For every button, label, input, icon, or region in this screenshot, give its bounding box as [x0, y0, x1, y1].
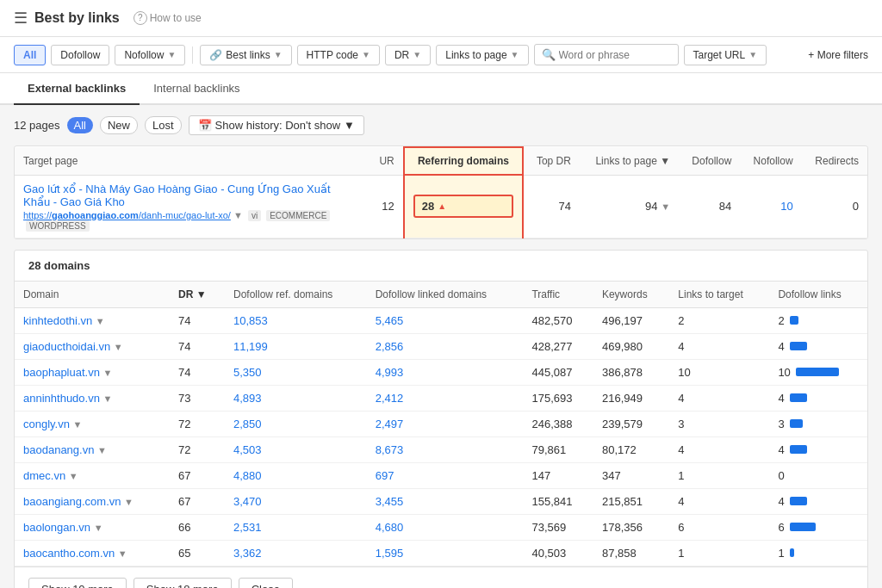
tab-external-backlinks[interactable]: External backlinks: [14, 73, 140, 105]
tag-ecommerce: ECOMMERCE: [266, 210, 330, 221]
domain-dropdown-icon[interactable]: ▼: [94, 523, 103, 533]
hamburger-icon[interactable]: ☰: [14, 9, 28, 28]
col-nofollow[interactable]: Nofollow: [740, 147, 801, 175]
domain-dropdown-icon[interactable]: ▼: [103, 393, 113, 404]
show-10-more-button[interactable]: Show 10 more: [28, 578, 127, 589]
arrow-up-icon: ▲: [438, 201, 446, 211]
table-row: dmec.vn ▼ 67 4,880 697 147 347 1 0: [15, 462, 867, 488]
dr-value: 74: [170, 307, 225, 333]
close-button[interactable]: Close: [239, 578, 293, 589]
domain-dropdown-icon[interactable]: ▼: [103, 368, 113, 378]
col-links-to-page[interactable]: Links to page ▼: [580, 147, 679, 175]
col-redirects[interactable]: Redirects: [802, 147, 867, 175]
domain-link[interactable]: baocantho.com.vn: [23, 547, 115, 560]
col-traffic[interactable]: Traffic: [523, 282, 593, 308]
referring-domains-value: 28 ▲: [404, 175, 523, 238]
show-history-btn[interactable]: 📅 Show history: Don't show ▼: [189, 115, 364, 135]
how-to-use-link[interactable]: How to use: [134, 11, 202, 25]
traffic-value: 79,861: [523, 436, 593, 462]
dr-value: 67: [170, 462, 225, 488]
dofollow-linked-value: 4,993: [367, 359, 524, 385]
domain-dropdown-icon[interactable]: ▼: [97, 445, 107, 455]
domain-dropdown-icon[interactable]: ▼: [69, 471, 78, 481]
domain-dropdown-icon[interactable]: ▼: [96, 316, 105, 326]
target-url: https://gaohoanggiao.com/danh-muc/gao-lu…: [23, 210, 359, 231]
main-table: Target page UR Referring domains Top DR …: [15, 146, 867, 238]
links-to-target-value: 4: [669, 436, 769, 462]
pages-count: 12 pages: [14, 119, 60, 132]
show-18-more-button[interactable]: Show 18 more: [134, 578, 232, 589]
chevron-down-icon: ▼: [511, 50, 519, 59]
domain-cell: baolongan.vn ▼: [15, 514, 170, 540]
domain-dropdown-icon[interactable]: ▼: [118, 548, 127, 559]
filter-links-to-page[interactable]: Links to page ▼: [436, 45, 528, 65]
arrow-down-icon[interactable]: ▼: [233, 210, 243, 220]
domain-link[interactable]: congly.vn: [23, 418, 70, 430]
domain-link[interactable]: baoangiang.com.vn: [23, 495, 121, 508]
domain-link[interactable]: baophapluat.vn: [23, 366, 100, 379]
pill-all[interactable]: All: [67, 117, 93, 133]
target-page-link[interactable]: Gao lứt xổ - Nhà Máy Gao Hoàng Giao - Cu…: [23, 183, 331, 208]
tab-internal-backlinks[interactable]: Internal backlinks: [140, 73, 253, 105]
domain-cell: giaoducthoidai.vn ▼: [15, 333, 170, 359]
dofollow-ref-value: 10,853: [225, 307, 367, 333]
dofollow-linked-value: 697: [367, 462, 524, 488]
dropdown-icon[interactable]: ▼: [661, 201, 670, 212]
filter-dofollow[interactable]: Dofollow: [51, 45, 109, 65]
dofollow-ref-value: 5,350: [225, 359, 367, 385]
domain-link[interactable]: kinhtedothi.vn: [23, 314, 92, 327]
keywords-value: 178,356: [593, 514, 669, 540]
pill-new[interactable]: New: [100, 116, 138, 134]
col-top-dr[interactable]: Top DR: [523, 147, 580, 175]
filter-best-links[interactable]: 🔗 Best links ▼: [200, 45, 291, 65]
table-row: kinhtedothi.vn ▼ 74 10,853 5,465 482,570…: [15, 307, 867, 333]
domain-link[interactable]: dmec.vn: [23, 469, 65, 482]
pill-lost[interactable]: Lost: [145, 116, 182, 134]
traffic-value: 246,388: [523, 411, 593, 436]
dofollow-linked-value: 8,673: [367, 436, 524, 462]
dofollow-linked-value: 4,680: [367, 514, 524, 540]
divider: [192, 46, 193, 64]
domain-dropdown-icon[interactable]: ▼: [114, 342, 123, 352]
col-links-to-target[interactable]: Links to target: [669, 282, 769, 308]
domain-dropdown-icon[interactable]: ▼: [124, 497, 134, 507]
domain-link[interactable]: baolongan.vn: [23, 521, 90, 534]
col-dr-sorted[interactable]: DR ▼: [170, 282, 225, 308]
search-box: 🔍: [534, 44, 679, 65]
dofollow-links-value: 4: [769, 333, 867, 359]
dr-value: 72: [170, 411, 225, 436]
dofollow-bar: [790, 316, 798, 325]
col-dofollow-linked[interactable]: Dofollow linked domains: [367, 282, 524, 308]
filter-http-code[interactable]: HTTP code ▼: [297, 45, 380, 65]
domain-cell: anninhthudo.vn ▼: [15, 385, 170, 411]
filter-dr[interactable]: DR ▼: [385, 45, 431, 65]
col-dofollow-links[interactable]: Dofollow links: [769, 282, 867, 308]
links-to-target-value: 3: [669, 411, 769, 436]
keywords-value: 347: [593, 462, 669, 488]
table-row: anninhthudo.vn ▼ 73 4,893 2,412 175,693 …: [15, 385, 867, 411]
col-dofollow[interactable]: Dofollow: [679, 147, 740, 175]
traffic-value: 482,570: [523, 307, 593, 333]
chevron-down-icon: ▼: [413, 50, 421, 59]
col-referring-domains[interactable]: Referring domains: [404, 147, 523, 175]
more-filters-btn[interactable]: + More filters: [808, 49, 868, 61]
target-url-host[interactable]: https://gaohoanggiao.com/danh-muc/gao-lu…: [23, 210, 231, 220]
filter-bar: All Dofollow Nofollow ▼ 🔗 Best links ▼ H…: [0, 37, 882, 73]
col-ur[interactable]: UR: [368, 147, 403, 175]
domain-link[interactable]: anninhthudo.vn: [23, 392, 100, 405]
filter-target-url[interactable]: Target URL ▼: [684, 45, 767, 65]
domain-dropdown-icon[interactable]: ▼: [73, 419, 83, 430]
col-dofollow-ref[interactable]: Dofollow ref. domains: [225, 282, 367, 308]
table-row: baophapluat.vn ▼ 74 5,350 4,993 445,087 …: [15, 359, 867, 385]
domain-link[interactable]: baodanang.vn: [23, 443, 94, 456]
domains-section: 28 domains Domain DR ▼ Dofollow ref. dom…: [14, 250, 868, 589]
search-input[interactable]: [559, 49, 671, 61]
col-keywords[interactable]: Keywords: [593, 282, 669, 308]
domain-cell: baophapluat.vn ▼: [15, 359, 170, 385]
dr-value: 74: [170, 359, 225, 385]
col-domain[interactable]: Domain: [15, 282, 170, 308]
table-row: baoangiang.com.vn ▼ 67 3,470 3,455 155,8…: [15, 488, 867, 514]
filter-nofollow[interactable]: Nofollow ▼: [115, 45, 185, 65]
domain-link[interactable]: giaoducthoidai.vn: [23, 340, 110, 353]
filter-all[interactable]: All: [14, 45, 46, 65]
